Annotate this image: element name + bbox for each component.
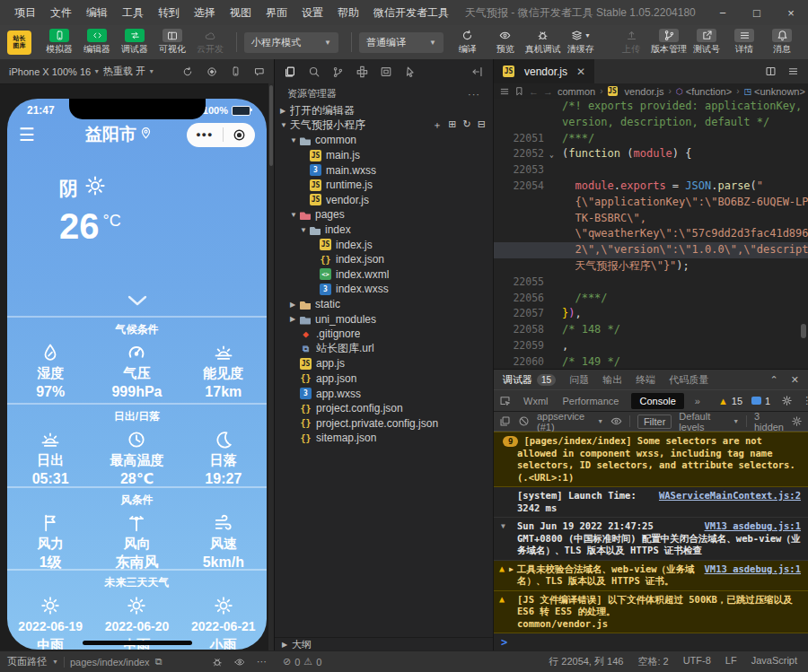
new-folder-icon[interactable]: ⊞	[448, 118, 456, 132]
encoding[interactable]: UTF-8	[683, 655, 711, 668]
breadcrumb-segment[interactable]: common	[558, 86, 595, 97]
code-line[interactable]: TK-BSBRC\",	[494, 211, 808, 227]
copy-icon[interactable]: ⧉	[155, 656, 162, 668]
toolbar-button-编辑器[interactable]: 编辑器	[78, 25, 116, 59]
tree-item[interactable]: <>index.wxml	[275, 267, 493, 283]
code-editor[interactable]: /*! exports provided: applicationKey, qw…	[494, 99, 808, 369]
minimize-button[interactable]: −	[706, 0, 740, 25]
toolbar-action-清缓存[interactable]: ▼清缓存	[562, 25, 600, 59]
window5-icon[interactable]	[380, 65, 392, 78]
tree-item[interactable]: JSindex.js	[275, 237, 493, 252]
code-line[interactable]: {\"applicationKey\":\"BO6BZ-6UQEW-LPLRF-…	[494, 195, 808, 211]
menu-转到[interactable]: 转到	[151, 0, 187, 25]
inspect-icon[interactable]	[499, 395, 511, 406]
tree-project-row[interactable]: ▼天气预报小程序＋⊞↻⊟	[275, 118, 493, 134]
more-icon[interactable]: ···	[468, 89, 480, 100]
expand-arrow-icon[interactable]: ▶	[509, 563, 514, 576]
location-pin-icon[interactable]	[139, 125, 153, 144]
wechat-capsule[interactable]: ●●●	[187, 123, 255, 147]
toolbar-button-测试号[interactable]: 测试号	[688, 25, 725, 59]
code-line[interactable]: 22051/***/	[494, 131, 808, 147]
log-levels-dropdown[interactable]: Default levels	[679, 411, 723, 432]
toolbar-button-消息[interactable]: 消息	[763, 25, 801, 59]
menu-设置[interactable]: 设置	[294, 0, 330, 25]
breadcrumb-segment[interactable]: ◳<unknown>	[743, 86, 804, 97]
statusbar-problems[interactable]: ⊘ 0 ⚠ 0	[274, 656, 492, 668]
code-line[interactable]: \"qweatherKey\":\"57c9dd2d3fac41d89642d9…	[494, 226, 808, 242]
capsule-close-icon[interactable]	[233, 128, 246, 142]
toolbar-button-模拟器[interactable]: 模拟器	[40, 25, 78, 59]
console-filter-input[interactable]: Filter	[637, 415, 672, 429]
code-line[interactable]: /*! exports provided: applicationKey, qw…	[494, 99, 808, 115]
tree-item[interactable]: ▼common	[275, 133, 493, 148]
tree-item[interactable]: {}project.private.config.json	[275, 415, 493, 431]
chevron-down-icon[interactable]	[7, 294, 267, 307]
devtools-tab-Performance[interactable]: Performance	[561, 393, 621, 409]
collapse-sidebar-icon[interactable]	[471, 65, 484, 78]
breadcrumb-segment[interactable]: JSvendor.js	[608, 86, 664, 97]
indent-setting[interactable]: 空格: 2	[637, 655, 668, 668]
menu-icon[interactable]: ☰	[19, 126, 35, 144]
tree-section-row[interactable]: ▶打开的编辑器	[275, 103, 493, 118]
refresh-icon[interactable]: ↻	[463, 118, 471, 132]
debugger-tab-输出[interactable]: 输出	[602, 373, 622, 387]
toolbar-button-调试器[interactable]: 调试器	[116, 25, 154, 59]
search-icon[interactable]	[308, 65, 321, 78]
console-message[interactable]: VM13 asdebug.js:1▼Sun Jun 19 2022 21:47:…	[494, 518, 808, 561]
page-path-dropdown[interactable]: 页面路径	[7, 655, 47, 668]
code-line[interactable]: 22052⌄(function (module) {	[494, 146, 808, 162]
tree-item[interactable]: 3index.wxss	[275, 282, 493, 297]
menu-项目[interactable]: 项目	[7, 0, 43, 25]
tree-item[interactable]: 3app.wxss	[275, 386, 493, 401]
debugger-tab-问题[interactable]: 问题	[569, 373, 589, 387]
code-line[interactable]: 天气预报小程序\"}");	[494, 258, 808, 275]
device-selector[interactable]: iPhone X 100% 16	[9, 66, 91, 77]
back-icon[interactable]: ←	[529, 86, 539, 97]
kebab-menu-icon[interactable]: ⋮	[802, 395, 808, 406]
avatar[interactable]: 站长 图库	[7, 31, 31, 55]
menu-界面[interactable]: 界面	[259, 0, 294, 25]
debugger-tab-终端[interactable]: 终端	[636, 373, 655, 387]
language-mode[interactable]: JavaScript	[751, 655, 797, 668]
menu-文件[interactable]: 文件	[43, 0, 79, 25]
menu-微信开发者工具[interactable]: 微信开发者工具	[366, 0, 456, 25]
new-file-icon[interactable]: ＋	[432, 118, 442, 132]
toolbar-button-详情[interactable]: 详情	[725, 25, 763, 59]
outline-toggle-icon[interactable]	[499, 86, 510, 97]
bookmark-icon[interactable]	[514, 86, 524, 96]
phone-icon[interactable]	[231, 66, 241, 76]
rotate-icon[interactable]	[182, 66, 193, 77]
code-line[interactable]: 22054 module.exports = JSON.parse("	[494, 179, 808, 195]
console-settings-icon[interactable]	[791, 415, 803, 427]
more-actions-icon[interactable]	[787, 65, 799, 77]
toolbar-button-可视化[interactable]: 可视化	[154, 25, 191, 59]
debugger-tab-代码质量[interactable]: 代码质量	[669, 373, 708, 387]
console-source-link[interactable]: WAServiceMainContext.js:2	[659, 490, 801, 502]
console-message[interactable]: VM13 asdebug.js:1▲▶工具未校验合法域名、web-view（业务…	[494, 561, 808, 591]
console-prompt[interactable]: >	[494, 633, 808, 651]
menu-工具[interactable]: 工具	[115, 0, 151, 25]
toolbar-action-真机调试[interactable]: 真机调试	[524, 25, 562, 59]
maximize-button[interactable]: □	[740, 0, 774, 25]
extensions-icon[interactable]	[356, 65, 368, 78]
tree-item[interactable]: {}app.json	[275, 371, 493, 387]
tree-item[interactable]: ◆.gitignore	[275, 327, 493, 342]
tab-vendor-js[interactable]: JS vendor.js ✕	[494, 59, 594, 83]
eol[interactable]: LF	[725, 655, 737, 668]
tree-item[interactable]: {}sitemap.json	[275, 431, 493, 446]
simulator-scrollbar[interactable]	[268, 83, 274, 651]
forward-icon[interactable]: →	[543, 86, 553, 97]
bug-icon[interactable]	[212, 657, 223, 668]
console-counts[interactable]: ▲151	[718, 396, 770, 406]
menu-帮助[interactable]: 帮助	[330, 0, 366, 25]
toolbar-button-版本管理[interactable]: 版本管理	[650, 25, 688, 59]
tree-item[interactable]: JSapp.js	[275, 356, 493, 371]
tree-item[interactable]: {}index.json	[275, 252, 493, 267]
console-source-link[interactable]: VM13 asdebug.js:1	[705, 520, 801, 533]
record-icon[interactable]	[206, 66, 217, 77]
outline-section[interactable]: ▶ 大纲	[275, 637, 493, 651]
tree-item[interactable]: {}project.config.json	[275, 401, 493, 416]
files-icon[interactable]	[284, 65, 296, 78]
tree-item[interactable]: 3main.wxss	[275, 162, 493, 178]
code-line[interactable]: 2\",\"version\":\"1.0.0\",\"description\…	[494, 242, 808, 258]
